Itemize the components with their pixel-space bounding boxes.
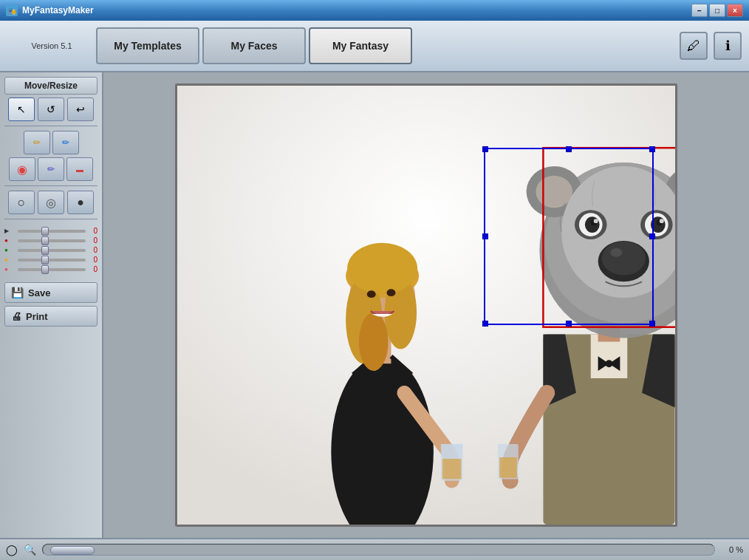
brightness-thumb[interactable] xyxy=(41,227,49,236)
scrollbar[interactable] xyxy=(42,544,715,556)
canvas-area xyxy=(103,72,749,538)
scene-svg xyxy=(177,86,675,525)
red-track[interactable] xyxy=(18,239,86,242)
content-area: Move/Resize ↖ ↺ ↩ ✏ ✏ ◉ ✏ ▬ ○ ◎ xyxy=(0,72,749,538)
svg-point-48 xyxy=(610,248,622,257)
paint-tools: ✏ ✏ xyxy=(4,131,98,154)
brightness-icon: ▶ xyxy=(4,228,15,234)
close-button[interactable]: × xyxy=(727,4,743,17)
window-body: Version 5.1 My Templates My Faces My Fan… xyxy=(0,21,749,560)
alpha-thumb[interactable] xyxy=(41,265,49,274)
svg-point-13 xyxy=(387,289,396,296)
canvas-frame[interactable] xyxy=(175,83,677,527)
blur-hard-tool[interactable]: ● xyxy=(67,191,94,214)
maximize-button[interactable]: □ xyxy=(709,4,725,17)
info-button[interactable]: ℹ xyxy=(714,32,742,60)
orange-value: 0 xyxy=(89,256,98,264)
green-thumb[interactable] xyxy=(41,246,49,255)
svg-point-44 xyxy=(594,219,598,223)
top-right-icons: 🖊 ℹ xyxy=(680,32,742,60)
save-label: Save xyxy=(28,287,50,298)
svg-point-21 xyxy=(606,360,613,367)
pointer-tool[interactable]: ↖ xyxy=(8,98,35,121)
alpha-track[interactable] xyxy=(18,268,86,271)
sidebar: Move/Resize ↖ ↺ ↩ ✏ ✏ ◉ ✏ ▬ ○ ◎ xyxy=(0,72,103,538)
zoom-out-button[interactable]: 🔍 xyxy=(24,544,36,556)
orange-slider-row: ● 0 xyxy=(4,256,98,264)
blue-pencil-tool[interactable]: ✏ xyxy=(52,131,79,154)
alpha-dot-icon: ● xyxy=(4,266,15,273)
status-left-icon-1[interactable]: ◯ xyxy=(6,544,18,556)
zoom-level: 0 % xyxy=(721,545,743,554)
print-label: Print xyxy=(26,311,48,322)
divider-1 xyxy=(4,126,98,126)
app-title: MyFantasyMaker xyxy=(22,5,691,16)
rotate-tool[interactable]: ↺ xyxy=(38,98,64,121)
red-thumb[interactable] xyxy=(41,236,49,245)
title-bar: 🎭 MyFantasyMaker − □ × xyxy=(0,0,749,21)
window-controls: − □ × xyxy=(691,4,743,17)
yellow-pencil-tool[interactable]: ✏ xyxy=(24,131,50,154)
ellipse-outline-tool[interactable]: ○ xyxy=(8,191,35,214)
tab-bar: My Templates My Faces My Fantasy xyxy=(96,27,680,64)
svg-rect-28 xyxy=(499,457,517,478)
move-resize-label: Move/Resize xyxy=(4,77,98,95)
green-slider-row: ● 0 xyxy=(4,246,98,254)
paint-tools-2: ◉ ✏ ▬ xyxy=(4,157,98,181)
help-button[interactable]: 🖊 xyxy=(680,32,708,60)
svg-point-47 xyxy=(602,242,646,276)
eraser-tool[interactable]: ▬ xyxy=(66,157,93,181)
tool-row-main: ↖ ↺ ↩ xyxy=(4,98,98,121)
top-bar: Version 5.1 My Templates My Faces My Fan… xyxy=(0,21,749,72)
divider-2 xyxy=(4,185,98,186)
alpha-value: 0 xyxy=(89,265,98,273)
print-button[interactable]: 🖨 Print xyxy=(4,306,98,327)
tab-my-templates[interactable]: My Templates xyxy=(96,27,199,64)
app-icon: 🎭 xyxy=(6,4,18,16)
action-buttons: 💾 Save 🖨 Print xyxy=(4,282,98,327)
brightness-track[interactable] xyxy=(18,230,86,233)
red-value: 0 xyxy=(89,236,98,245)
smudge-tool[interactable]: ✏ xyxy=(38,157,64,181)
svg-point-10 xyxy=(359,313,389,371)
svg-point-45 xyxy=(660,219,664,223)
svg-point-11 xyxy=(347,243,417,294)
save-button[interactable]: 💾 Save xyxy=(4,282,98,303)
svg-point-33 xyxy=(536,176,573,208)
flip-tool[interactable]: ↩ xyxy=(67,98,94,121)
blur-soft-tool[interactable]: ◎ xyxy=(38,191,64,214)
divider-3 xyxy=(4,219,98,219)
green-track[interactable] xyxy=(18,249,86,252)
print-icon: 🖨 xyxy=(11,310,21,322)
scrollbar-thumb[interactable] xyxy=(50,546,95,555)
alpha-slider-row: ● 0 xyxy=(4,265,98,273)
red-slider-row: ● 0 xyxy=(4,236,98,245)
status-bar: ◯ 🔍 0 % xyxy=(0,538,749,560)
orange-dot-icon: ● xyxy=(4,256,15,263)
color-palette-tool[interactable]: ◉ xyxy=(9,157,35,181)
save-icon: 💾 xyxy=(11,287,24,298)
orange-track[interactable] xyxy=(18,259,86,262)
brightness-value: 0 xyxy=(89,227,98,235)
slider-section: ▶ 0 ● 0 ● xyxy=(4,227,98,273)
version-label: Version 5.1 xyxy=(7,41,96,50)
green-dot-icon: ● xyxy=(4,247,15,253)
brightness-slider-row: ▶ 0 xyxy=(4,227,98,235)
tab-my-fantasy[interactable]: My Fantasy xyxy=(309,27,412,64)
svg-rect-16 xyxy=(442,459,462,479)
orange-thumb[interactable] xyxy=(41,256,49,264)
svg-point-12 xyxy=(367,290,376,298)
minimize-button[interactable]: − xyxy=(691,4,708,17)
green-value: 0 xyxy=(89,246,98,254)
shape-tools: ○ ◎ ● xyxy=(4,191,98,214)
red-dot-icon: ● xyxy=(4,237,15,244)
tab-my-faces[interactable]: My Faces xyxy=(202,27,306,64)
